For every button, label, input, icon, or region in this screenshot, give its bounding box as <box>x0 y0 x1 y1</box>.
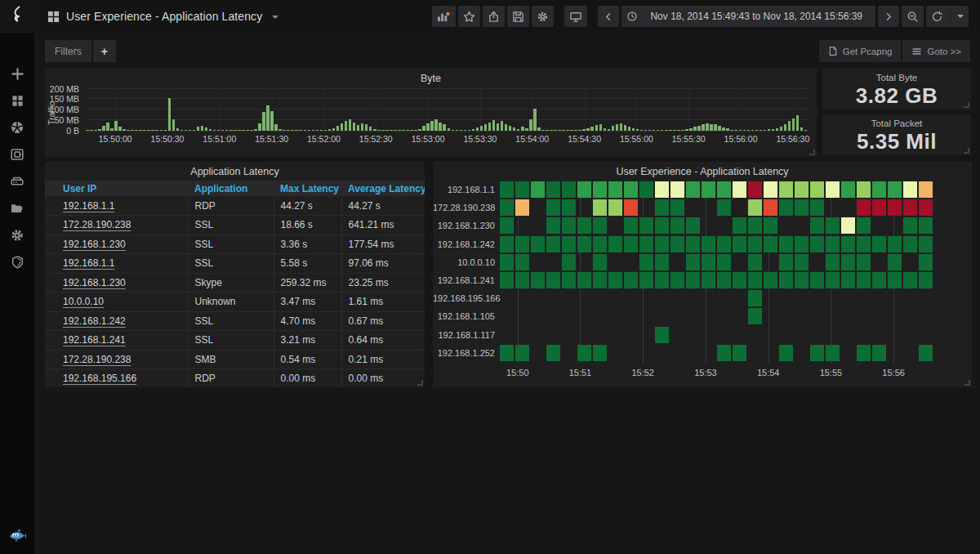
heatmap-cell <box>764 272 777 288</box>
time-range-picker[interactable]: Nov 18, 2014 15:49:43 to Nov 18, 2014 15… <box>621 6 875 27</box>
heatmap-cell <box>841 217 855 234</box>
dashboard-settings-button[interactable] <box>532 6 554 27</box>
user-ip-link[interactable]: 172.28.190.238 <box>63 219 131 230</box>
traffic-bar <box>488 123 492 131</box>
table-cell: SSL <box>188 235 274 254</box>
user-ip-link[interactable]: 192.168.1.242 <box>63 315 126 327</box>
get-pcapng-button[interactable]: Get Pcapng <box>819 40 902 62</box>
heatmap-cell <box>717 272 731 288</box>
column-header-user-ip[interactable]: User IP <box>45 181 188 196</box>
x-tick-label: 15:53:00 <box>412 134 445 144</box>
traffic-bar <box>86 130 89 131</box>
heatmap-cell <box>903 199 917 216</box>
panel-resize-handle[interactable] <box>964 102 969 108</box>
panel-resize-handle[interactable] <box>809 150 815 155</box>
user-ip-link[interactable]: 192.168.1.241 <box>63 334 126 346</box>
traffic-bar <box>788 121 791 131</box>
heatmap-cell <box>872 236 886 252</box>
user-ip-link[interactable]: 192.168.1.230 <box>63 277 126 288</box>
user-ip-link[interactable]: 192.168.1.230 <box>63 239 126 250</box>
x-tick-label: 15:55:30 <box>672 134 706 144</box>
app-logo[interactable] <box>0 0 34 33</box>
heatmap-cell <box>655 272 669 288</box>
traffic-bar <box>702 124 705 131</box>
table-cell: SSL <box>188 254 274 274</box>
traffic-bar <box>262 112 265 131</box>
shark-mascot-icon[interactable] <box>8 528 26 544</box>
traffic-bar <box>225 130 229 131</box>
total-packet-title[interactable]: Total Packet <box>822 114 971 128</box>
traffic-bar <box>324 130 327 131</box>
tv-mode-button[interactable] <box>564 6 587 27</box>
refresh-caret-icon[interactable] <box>957 15 964 18</box>
heatmap-cell <box>841 181 855 198</box>
table-cell: 10.0.0.10 <box>45 293 188 312</box>
save-button[interactable] <box>507 6 529 27</box>
heatmap-cell <box>546 272 560 288</box>
sidebar-files-button[interactable] <box>8 200 26 217</box>
column-header-application[interactable]: Application <box>188 181 274 196</box>
panel-resize-handle[interactable] <box>964 148 969 154</box>
heatmap-cell <box>795 199 808 216</box>
traffic-bar <box>628 127 631 131</box>
time-forward-button[interactable] <box>878 6 899 27</box>
refresh-button[interactable] <box>926 6 969 27</box>
panel-resize-handle[interactable] <box>417 380 423 386</box>
byte-panel-title[interactable]: Byte <box>45 69 817 84</box>
sidebar-dashboards-button[interactable] <box>8 92 26 109</box>
traffic-bar <box>718 126 721 131</box>
sidebar-capture-box-button[interactable] <box>8 146 26 163</box>
traffic-bar <box>772 129 775 131</box>
table-panel-title[interactable]: Application Latency <box>45 162 425 177</box>
heatmap-cell <box>733 236 746 252</box>
heatmap-cell <box>888 236 902 252</box>
heatmap-cell <box>702 236 715 252</box>
latency-heatmap-panel: User Experience - Application Latency 15… <box>433 162 972 387</box>
share-button[interactable] <box>483 6 505 27</box>
heatmap-cell <box>515 272 529 288</box>
sidebar-add-button[interactable] <box>8 65 26 82</box>
title-caret-icon[interactable] <box>272 16 278 19</box>
heatmap-cell <box>624 272 638 288</box>
traffic-bar <box>800 127 804 131</box>
total-byte-title[interactable]: Total Byte <box>822 69 971 83</box>
sidebar-settings-button[interactable] <box>8 227 26 243</box>
add-filter-button[interactable]: + <box>93 40 116 62</box>
time-back-button[interactable] <box>598 6 619 27</box>
goto-button[interactable]: Goto >> <box>902 40 970 62</box>
heatmap-cell <box>577 345 591 361</box>
filters-label[interactable]: Filters <box>45 40 91 62</box>
heatmap-row-label: 192.168.1.230 <box>433 221 495 230</box>
sidebar-security-button[interactable] <box>8 254 26 270</box>
traffic-bar <box>541 130 545 131</box>
heatmap-cell <box>795 254 808 270</box>
add-panel-button[interactable] <box>432 6 456 27</box>
dashboard-title[interactable]: User Experience - Application Latency <box>66 10 262 23</box>
heatmap-cell <box>546 181 560 198</box>
user-ip-link[interactable]: 192.168.195.166 <box>63 373 136 384</box>
traffic-bar <box>448 128 451 131</box>
column-header-average-latency[interactable]: Average Latency ▾ <box>341 181 425 196</box>
panel-resize-handle[interactable] <box>964 380 970 386</box>
sidebar-capture-button[interactable] <box>8 119 26 136</box>
user-ip-link[interactable]: 10.0.0.10 <box>63 296 104 307</box>
goto-label: Goto >> <box>927 47 961 56</box>
column-header-max-latency[interactable]: Max Latency <box>274 181 341 196</box>
user-ip-link[interactable]: 192.168.1.1 <box>63 257 114 269</box>
traffic-bar <box>784 124 787 131</box>
star-button[interactable] <box>458 6 480 27</box>
sidebar-appliance-button[interactable] <box>8 173 26 190</box>
total-packet-panel: Total Packet 5.35 Mil <box>822 114 971 155</box>
gridline-v <box>220 87 220 131</box>
user-ip-link[interactable]: 192.168.1.1 <box>63 200 114 212</box>
zoom-out-button[interactable] <box>902 6 924 27</box>
heatmap-cell <box>546 217 560 234</box>
traffic-bar <box>299 130 302 131</box>
dashboard-grid-icon[interactable] <box>47 11 60 23</box>
heatmap-cell <box>686 272 700 288</box>
heatmap-cell <box>872 199 886 216</box>
table-cell: 192.168.1.242 <box>45 311 188 331</box>
user-ip-link[interactable]: 172.28.190.238 <box>63 354 131 365</box>
gridline-v <box>688 87 689 131</box>
table-cell: 0.21 ms <box>341 350 425 369</box>
